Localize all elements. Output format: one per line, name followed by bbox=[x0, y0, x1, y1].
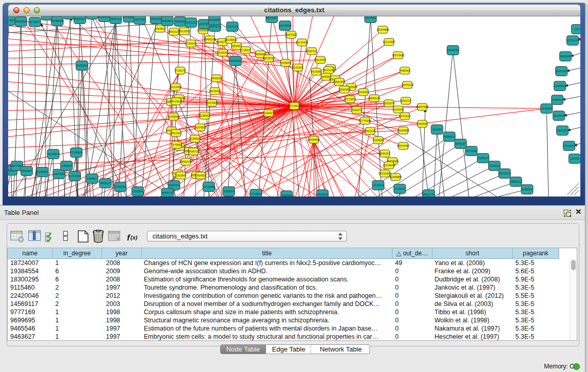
svg-text:9329966: 9329966 bbox=[560, 55, 571, 58]
svg-text:95788568: 95788568 bbox=[51, 19, 63, 23]
svg-text:2718170: 2718170 bbox=[175, 69, 185, 72]
svg-text:10973493: 10973493 bbox=[392, 54, 404, 57]
svg-text:16648764: 16648764 bbox=[447, 49, 459, 52]
svg-text:7054668: 7054668 bbox=[373, 139, 383, 142]
svg-text:14895134: 14895134 bbox=[368, 97, 380, 100]
svg-text:2941318: 2941318 bbox=[150, 17, 161, 20]
svg-text:28148932: 28148932 bbox=[225, 38, 237, 41]
svg-text:3200379: 3200379 bbox=[383, 102, 394, 105]
svg-text:6409097: 6409097 bbox=[37, 170, 48, 173]
svg-text:6566701: 6566701 bbox=[306, 50, 317, 53]
svg-text:10854112: 10854112 bbox=[510, 180, 522, 183]
svg-text:3293183: 3293183 bbox=[281, 194, 292, 196]
svg-text:4964990: 4964990 bbox=[175, 20, 185, 23]
svg-text:19384554: 19384554 bbox=[308, 138, 320, 141]
svg-text:21456232: 21456232 bbox=[60, 164, 73, 167]
svg-text:1713900: 1713900 bbox=[250, 192, 261, 195]
svg-text:33529042: 33529042 bbox=[316, 193, 329, 196]
svg-text:57773872: 57773872 bbox=[344, 98, 356, 101]
svg-text:5812236: 5812236 bbox=[364, 129, 375, 133]
svg-text:(x): (x) bbox=[130, 234, 138, 240]
svg-text:8044369: 8044369 bbox=[358, 91, 368, 94]
svg-text:17359924: 17359924 bbox=[70, 151, 82, 154]
svg-text:13341232: 13341232 bbox=[185, 21, 197, 24]
svg-text:12975125: 12975125 bbox=[401, 83, 413, 86]
svg-text:6879197: 6879197 bbox=[455, 142, 466, 145]
svg-text:78480184: 78480184 bbox=[204, 38, 216, 41]
svg-text:0842710: 0842710 bbox=[110, 17, 121, 20]
svg-text:35182337: 35182337 bbox=[74, 17, 86, 20]
svg-text:18724007: 18724007 bbox=[288, 104, 300, 107]
svg-text:9245052: 9245052 bbox=[521, 188, 532, 191]
svg-text:4965137: 4965137 bbox=[100, 182, 111, 185]
svg-text:1167190: 1167190 bbox=[134, 18, 145, 21]
svg-text:0831727: 0831727 bbox=[400, 99, 411, 102]
svg-text:47775204: 47775204 bbox=[123, 16, 135, 19]
svg-text:0143634: 0143634 bbox=[41, 16, 52, 17]
svg-text:3092327: 3092327 bbox=[379, 152, 390, 155]
svg-text:3678377: 3678377 bbox=[29, 20, 40, 24]
svg-text:9474444: 9474444 bbox=[466, 149, 476, 152]
svg-text:16033809: 16033809 bbox=[208, 18, 221, 21]
svg-text:10210643: 10210643 bbox=[553, 114, 565, 117]
svg-text:12213967: 12213967 bbox=[383, 40, 395, 43]
svg-text:7527354: 7527354 bbox=[8, 19, 15, 22]
svg-text:2935114: 2935114 bbox=[477, 157, 488, 160]
svg-text:8660124: 8660124 bbox=[168, 30, 179, 33]
svg-text:1128059: 1128059 bbox=[199, 114, 210, 117]
svg-text:7693676: 7693676 bbox=[351, 108, 362, 112]
svg-text:15692951: 15692951 bbox=[556, 129, 569, 132]
svg-text:164095: 164095 bbox=[432, 128, 442, 131]
svg-text:2016328: 2016328 bbox=[393, 108, 403, 111]
svg-text:20053346: 20053346 bbox=[76, 64, 88, 67]
svg-text:5938923: 5938923 bbox=[444, 135, 454, 138]
svg-text:8471676: 8471676 bbox=[499, 172, 510, 175]
svg-text:46578713: 46578713 bbox=[263, 57, 275, 60]
svg-text:0103105: 0103105 bbox=[292, 66, 303, 69]
svg-text:53462475: 53462475 bbox=[180, 160, 192, 163]
svg-text:88957986: 88957986 bbox=[416, 105, 428, 108]
svg-text:9227342: 9227342 bbox=[556, 70, 567, 73]
svg-text:89373467: 89373467 bbox=[397, 144, 409, 147]
svg-text:10154808: 10154808 bbox=[377, 28, 389, 31]
svg-text:8813054: 8813054 bbox=[266, 16, 277, 19]
svg-text:84124118: 84124118 bbox=[170, 100, 182, 103]
svg-text:116753: 116753 bbox=[570, 157, 579, 160]
svg-text:3471434: 3471434 bbox=[399, 115, 410, 118]
svg-text:0366909: 0366909 bbox=[417, 122, 427, 125]
svg-text:66319314: 66319314 bbox=[379, 172, 391, 175]
svg-text:74016400: 74016400 bbox=[209, 90, 221, 93]
svg-text:15751074: 15751074 bbox=[567, 39, 579, 42]
svg-text:2880957: 2880957 bbox=[231, 45, 242, 48]
svg-text:3158692: 3158692 bbox=[189, 137, 200, 140]
svg-text:8506716: 8506716 bbox=[188, 150, 199, 153]
svg-text:7357224: 7357224 bbox=[227, 25, 237, 28]
svg-text:4493534: 4493534 bbox=[211, 77, 222, 80]
svg-text:17016504: 17016504 bbox=[563, 144, 575, 147]
svg-text:6811775: 6811775 bbox=[423, 193, 434, 196]
svg-text:7663822: 7663822 bbox=[155, 27, 165, 30]
svg-text:1509839: 1509839 bbox=[280, 61, 291, 64]
svg-text:21047095: 21047095 bbox=[53, 172, 65, 176]
svg-text:12419049: 12419049 bbox=[383, 164, 395, 167]
svg-text:1543039: 1543039 bbox=[217, 51, 228, 54]
svg-text:0812191: 0812191 bbox=[170, 132, 181, 135]
svg-text:4948083: 4948083 bbox=[15, 20, 26, 23]
svg-text:13226058: 13226058 bbox=[197, 29, 209, 32]
svg-text:83561595: 83561595 bbox=[333, 80, 345, 83]
svg-text:9993867: 9993867 bbox=[162, 19, 172, 23]
svg-text:4053773: 4053773 bbox=[162, 191, 172, 194]
svg-text:51712368: 51712368 bbox=[69, 174, 81, 178]
svg-text:1244415: 1244415 bbox=[552, 98, 562, 101]
svg-text:72343098: 72343098 bbox=[167, 115, 180, 118]
svg-text:1117: 1117 bbox=[574, 28, 580, 31]
svg-text:2269166: 2269166 bbox=[185, 42, 196, 45]
svg-text:12213363: 12213363 bbox=[169, 85, 182, 89]
svg-text:8912954: 8912954 bbox=[179, 30, 189, 33]
svg-text:9457791: 9457791 bbox=[168, 184, 179, 187]
svg-text:7262849: 7262849 bbox=[175, 174, 186, 177]
svg-text:5240824: 5240824 bbox=[99, 16, 110, 18]
svg-text:1718227: 1718227 bbox=[240, 49, 251, 52]
svg-text:2427868: 2427868 bbox=[206, 101, 217, 104]
svg-text:1604817: 1604817 bbox=[86, 177, 97, 180]
